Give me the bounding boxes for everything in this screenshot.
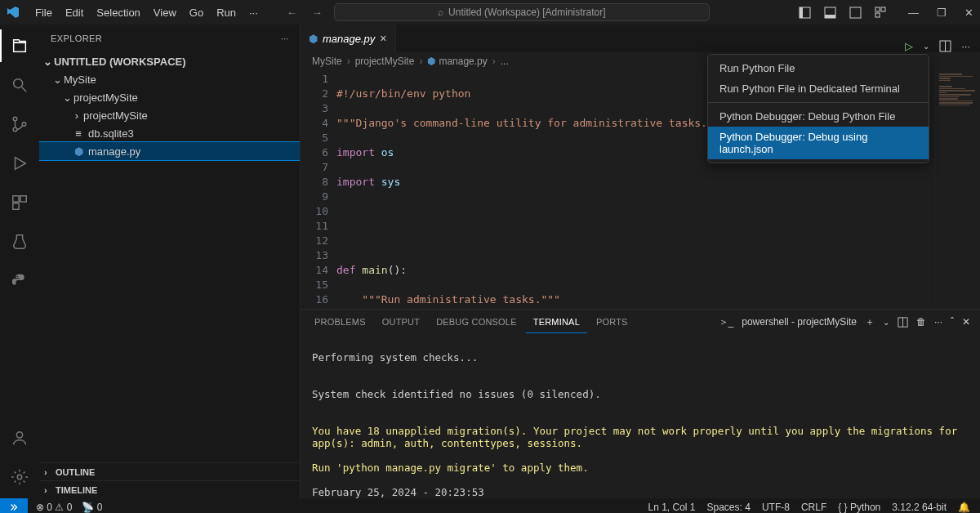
menu-separator	[708, 102, 929, 103]
layout-panel-right-icon[interactable]	[849, 7, 862, 19]
status-interpreter[interactable]: 3.12.2 64-bit	[892, 502, 947, 513]
explorer-actions-icon[interactable]: ···	[281, 33, 288, 43]
split-terminal-icon[interactable]	[898, 317, 908, 328]
activity-accounts[interactable]	[0, 422, 39, 454]
panel-tab-problems[interactable]: PROBLEMS	[307, 311, 373, 332]
run-button-icon[interactable]: ▷	[905, 40, 913, 52]
svg-point-12	[13, 127, 17, 132]
outline-label: OUTLINE	[56, 467, 95, 477]
kill-terminal-icon[interactable]: 🗑	[916, 316, 926, 328]
status-eol[interactable]: CRLF	[801, 502, 826, 513]
bc-item[interactable]: projectMySite	[355, 56, 415, 67]
nav-forward-icon[interactable]: →	[312, 7, 323, 19]
editor-area: ⬢ manage.py × ▷ ⌄ ··· MySite› projectMyS…	[301, 25, 980, 498]
workspace-root[interactable]: ⌄ UNTITLED (WORKSPACE)	[39, 52, 300, 70]
activity-run-debug[interactable]	[0, 147, 39, 180]
svg-rect-16	[20, 196, 26, 202]
panel-tab-output[interactable]: OUTPUT	[375, 311, 427, 332]
menu-overflow[interactable]: ···	[243, 4, 264, 21]
command-center-search[interactable]: ⌕ Untitled (Workspace) [Administrator]	[334, 3, 710, 21]
chevron-down-icon: ⌄	[51, 74, 64, 86]
panel-close-icon[interactable]: ✕	[962, 316, 970, 328]
timeline-label: TIMELINE	[56, 485, 97, 495]
status-ports[interactable]: 📡 0	[82, 502, 102, 513]
folder-mysite[interactable]: ⌄ MySite	[39, 70, 300, 88]
activity-settings[interactable]	[0, 461, 39, 493]
menu-view[interactable]: View	[148, 4, 182, 21]
svg-rect-1	[800, 7, 803, 18]
customize-layout-icon[interactable]	[875, 7, 887, 19]
menu-file[interactable]: File	[29, 4, 58, 21]
terminal-shell-icon: ＞_	[719, 315, 734, 329]
timeline-section[interactable]: ›TIMELINE	[39, 480, 300, 498]
activity-python-icon[interactable]	[0, 265, 39, 297]
bc-item[interactable]: manage.py	[439, 56, 487, 67]
window-maximize-icon[interactable]: ❐	[937, 7, 947, 19]
editor-more-icon[interactable]: ···	[961, 40, 970, 52]
svg-marker-14	[16, 158, 26, 170]
svg-point-19	[16, 432, 22, 438]
status-indentation[interactable]: Spaces: 4	[707, 502, 751, 513]
minimap[interactable]	[935, 70, 980, 309]
file-label: db.sqlite3	[88, 127, 134, 140]
bc-item[interactable]: ...	[501, 56, 509, 67]
activity-testing[interactable]	[0, 225, 39, 258]
menu-bar: File Edit Selection View Go Run ···	[29, 4, 264, 21]
svg-rect-8	[14, 42, 26, 51]
folder-projectmysite-inner[interactable]: › projectMySite	[39, 106, 300, 124]
tab-close-icon[interactable]: ×	[380, 32, 386, 45]
run-menu-debug-file[interactable]: Python Debugger: Debug Python File	[708, 106, 929, 127]
activity-search[interactable]	[0, 69, 39, 101]
panel-tab-terminal[interactable]: TERMINAL	[526, 311, 587, 333]
python-file-icon: ⬢	[72, 145, 85, 158]
nav-back-icon[interactable]: ←	[287, 7, 297, 19]
run-menu-debug-launch-json[interactable]: Python Debugger: Debug using launch.json	[708, 127, 929, 159]
tab-manage-py[interactable]: ⬢ manage.py ×	[301, 25, 396, 52]
activity-source-control[interactable]	[0, 108, 39, 141]
new-terminal-icon[interactable]: ＋	[865, 315, 875, 329]
status-problems[interactable]: ⊗ 0 ⚠ 0	[36, 502, 72, 513]
run-dropdown-icon[interactable]: ⌄	[923, 42, 929, 51]
window-minimize-icon[interactable]: —	[908, 7, 919, 19]
menu-run[interactable]: Run	[211, 4, 242, 21]
menu-go[interactable]: Go	[184, 4, 209, 21]
remote-indicator[interactable]	[0, 498, 28, 513]
status-notifications-icon[interactable]: 🔔	[958, 502, 970, 513]
run-menu-run-file[interactable]: Run Python File	[708, 58, 929, 78]
menu-edit[interactable]: Edit	[60, 4, 89, 21]
layout-panel-bottom-icon[interactable]	[824, 7, 836, 19]
layout-panel-left-icon[interactable]	[799, 7, 811, 19]
vscode-logo-icon	[7, 6, 20, 19]
terminal-dropdown-icon[interactable]: ⌄	[883, 318, 889, 327]
run-menu-run-dedicated[interactable]: Run Python File in Dedicated Terminal	[708, 78, 929, 99]
bottom-panel: PROBLEMS OUTPUT DEBUG CONSOLE TERMINAL P…	[301, 309, 980, 498]
status-ln-col[interactable]: Ln 1, Col 1	[648, 502, 695, 513]
split-editor-icon[interactable]	[939, 40, 951, 52]
search-icon: ⌕	[438, 7, 443, 18]
run-dropdown-menu: Run Python File Run Python File in Dedic…	[707, 54, 929, 163]
panel-tab-debug[interactable]: DEBUG CONSOLE	[429, 311, 524, 332]
panel-tab-ports[interactable]: PORTS	[589, 311, 635, 332]
terminal-shell-label[interactable]: powershell - projectMySite	[742, 316, 857, 328]
bc-item[interactable]: MySite	[312, 56, 342, 67]
python-file-icon: ⬢	[309, 33, 318, 45]
activity-extensions[interactable]	[0, 186, 39, 219]
status-language[interactable]: { } Python	[838, 502, 880, 513]
svg-point-20	[17, 475, 22, 480]
outline-section[interactable]: ›OUTLINE	[39, 462, 300, 480]
menu-selection[interactable]: Selection	[91, 4, 145, 21]
svg-rect-6	[881, 7, 885, 11]
folder-projectmysite[interactable]: ⌄ projectMySite	[39, 88, 300, 106]
panel-more-icon[interactable]: ···	[934, 316, 942, 328]
status-encoding[interactable]: UTF-8	[762, 502, 790, 513]
panel-maximize-icon[interactable]: ˆ	[951, 316, 954, 328]
python-file-icon: ⬢	[427, 56, 435, 67]
svg-line-10	[22, 87, 27, 92]
file-manage-py[interactable]: ⬢ manage.py	[39, 142, 300, 160]
activity-bar	[0, 25, 39, 498]
window-close-icon[interactable]: ✕	[964, 7, 973, 19]
file-db-sqlite3[interactable]: ≡ db.sqlite3	[39, 124, 300, 142]
svg-rect-15	[13, 196, 19, 202]
activity-explorer[interactable]	[0, 29, 39, 62]
terminal-output[interactable]: Performing system checks... System check…	[301, 334, 980, 498]
